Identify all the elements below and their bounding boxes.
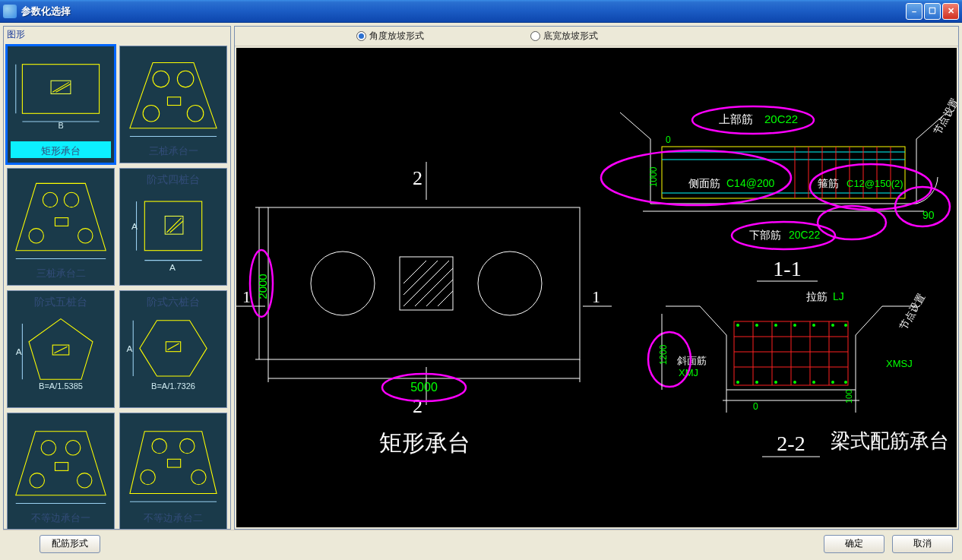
sec11-height: 1000 (648, 166, 659, 187)
button-label: 确定 (845, 537, 863, 550)
template-unequal-cap-1[interactable]: 不等边承台一 (7, 413, 115, 529)
svg-line-32 (54, 346, 67, 353)
svg-point-42 (65, 441, 80, 455)
svg-point-16 (43, 192, 57, 207)
svg-point-48 (152, 438, 166, 453)
sec11-angle: 90 (922, 209, 935, 221)
minimize-button[interactable]: – (906, 3, 922, 20)
bottom-bar-value: 20C22 (789, 229, 820, 241)
svg-point-10 (143, 106, 160, 122)
template-step-four-pile[interactable]: 阶式四桩台 A A (119, 168, 227, 286)
thumb-formula: B=A/1.5385 (39, 381, 83, 391)
svg-rect-77 (662, 147, 905, 198)
side-bar-label: 侧面筋 (688, 178, 720, 189)
template-scroll[interactable]: B 矩形承台 (4, 43, 230, 529)
close-button[interactable]: ✕ (942, 3, 959, 20)
window-title: 参数化选择 (21, 5, 906, 18)
app-icon (3, 5, 17, 18)
svg-point-8 (153, 71, 169, 87)
top-bar-label: 上部筋 (719, 113, 753, 125)
svg-point-110 (774, 324, 777, 327)
tie-value: LJ (833, 290, 844, 302)
side-bar-value: C14@200 (726, 177, 774, 189)
thumb-preview (120, 46, 226, 161)
slope-label: 斜面筋 (677, 355, 707, 366)
svg-point-56 (478, 252, 542, 315)
svg-point-114 (844, 324, 847, 327)
radio-width-slope[interactable]: 底宽放坡形式 (530, 30, 598, 43)
radio-label: 底宽放坡形式 (543, 30, 598, 43)
sec11-note-right: 节点设置 (932, 96, 958, 137)
svg-rect-13 (167, 97, 180, 106)
svg-line-3 (56, 84, 71, 93)
template-grid: B 矩形承台 (7, 46, 227, 529)
svg-line-59 (403, 261, 438, 295)
svg-point-112 (812, 324, 815, 327)
svg-point-49 (180, 438, 195, 453)
svg-rect-20 (55, 218, 68, 226)
svg-line-24 (166, 218, 181, 233)
template-unequal-cap-2[interactable]: 不等边承台二 (119, 413, 227, 529)
section-2-2: 拉筋 LJ 斜面筋 XMJ XMSJ 1200 0 100 节点设置 (648, 290, 949, 457)
sec22-title: 梁式配筋承台 (831, 430, 949, 452)
maximize-button[interactable]: ☐ (924, 3, 941, 20)
thumb-label: 矩形承台 (41, 145, 81, 157)
plan-title: 矩形承台 (379, 430, 470, 455)
section-mark-top: 2 (413, 167, 422, 189)
rebar-style-button[interactable]: 配筋形式 (40, 535, 100, 553)
sec22-leg: 100 (844, 390, 853, 403)
thumb-formula: B=A/1.7326 (151, 381, 195, 391)
top-bar-value: 20C22 (764, 112, 798, 125)
plan-view: 2 2 1 1 5000 (236, 162, 612, 455)
svg-marker-30 (29, 319, 93, 380)
svg-point-108 (736, 324, 739, 327)
radio-dot-icon (530, 31, 540, 41)
plan-height: 2000 (256, 274, 269, 299)
main-area: 角度放坡形式 底宽放坡形式 (234, 26, 959, 530)
template-three-pile-2[interactable]: 三桩承台二 (7, 168, 115, 286)
button-label: 取消 (913, 537, 932, 550)
sec22-zero: 0 (753, 401, 758, 412)
window-buttons: – ☐ ✕ (906, 3, 959, 20)
svg-point-120 (831, 381, 834, 384)
plan-width: 5000 (410, 381, 438, 394)
sec22-height: 1200 (658, 344, 669, 365)
svg-point-51 (191, 470, 206, 484)
svg-rect-54 (268, 207, 580, 359)
svg-point-109 (755, 324, 758, 327)
svg-line-63 (438, 291, 453, 306)
button-row: 配筋形式 确定 取消 (3, 530, 959, 557)
svg-text:A: A (16, 346, 22, 357)
sec22-note-right: 节点设置 (897, 292, 927, 332)
template-rect-cap[interactable]: B 矩形承台 (7, 46, 115, 163)
svg-rect-45 (55, 463, 68, 471)
svg-point-9 (177, 71, 194, 87)
svg-marker-7 (130, 63, 217, 128)
svg-text:A: A (169, 262, 176, 273)
cancel-button[interactable]: 取消 (892, 535, 953, 553)
svg-point-55 (311, 252, 375, 315)
svg-point-18 (29, 229, 43, 243)
radio-angle-slope[interactable]: 角度放坡形式 (356, 30, 424, 43)
tie-label: 拉筋 (806, 291, 828, 302)
svg-line-62 (426, 280, 453, 306)
bottom-bar-label: 下部筋 (749, 229, 781, 241)
template-three-pile-1[interactable]: 三桩承台一 (119, 46, 227, 163)
svg-point-116 (755, 381, 758, 384)
sec22-label: 2-2 (777, 432, 805, 455)
panel-caption: 图形 (7, 28, 227, 41)
svg-line-58 (403, 261, 449, 306)
thumb-preview (8, 169, 114, 283)
section-mark-bottom: 2 (413, 395, 422, 417)
template-step-six-pile[interactable]: 阶式六桩台 A B=A/1.7326 (119, 290, 227, 408)
cad-viewport[interactable]: 2 2 1 1 5000 (235, 46, 958, 529)
svg-rect-0 (22, 65, 99, 114)
template-step-five-pile[interactable]: 阶式五桩台 A B=A/1.5385 (7, 290, 115, 408)
ok-button[interactable]: 确定 (824, 535, 884, 553)
svg-point-111 (793, 324, 796, 327)
stirrup-label: 箍筋 (818, 178, 839, 189)
svg-text:B: B (58, 121, 63, 130)
svg-point-50 (141, 470, 155, 484)
section-1-1: 上部筋 20C22 侧面筋 C14@200 箍筋 C12@150(2) 下部筋 … (601, 96, 958, 281)
xmsj-label: XMSJ (886, 358, 913, 369)
